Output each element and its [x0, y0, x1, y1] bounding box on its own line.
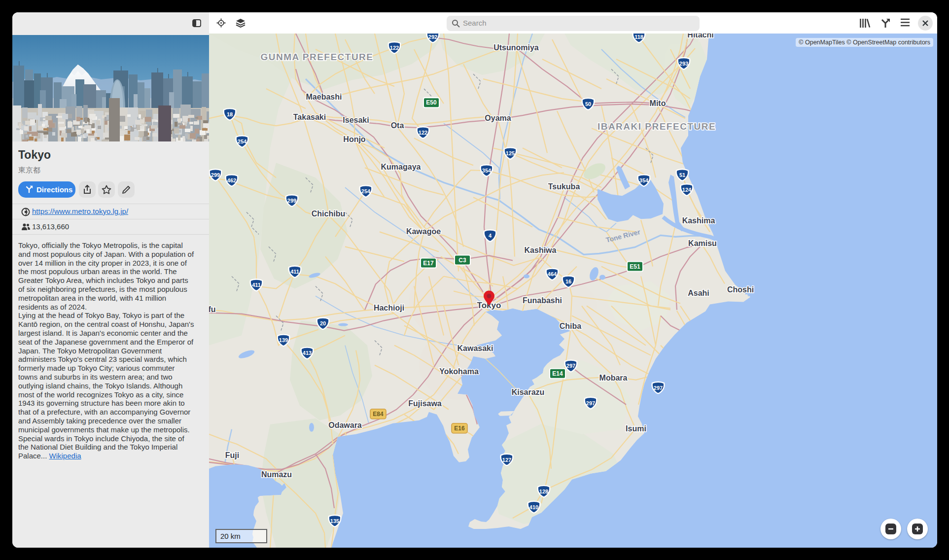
svg-text:410: 410 — [529, 504, 538, 510]
svg-text:462: 462 — [227, 177, 236, 183]
svg-text:297: 297 — [566, 363, 575, 369]
svg-text:Kumagaya: Kumagaya — [381, 163, 421, 171]
svg-text:fu: fu — [209, 305, 216, 314]
svg-text:139: 139 — [279, 337, 288, 343]
svg-text:411: 411 — [252, 282, 261, 288]
svg-text:Maebashi: Maebashi — [306, 93, 342, 101]
svg-text:Ota: Ota — [391, 121, 404, 130]
svg-text:124: 124 — [682, 187, 692, 193]
svg-text:51: 51 — [679, 172, 685, 178]
svg-text:E51: E51 — [630, 263, 640, 270]
svg-text:413: 413 — [303, 350, 312, 356]
svg-text:Fujisawa: Fujisawa — [408, 399, 442, 408]
svg-text:Hitachi: Hitachi — [687, 34, 713, 39]
svg-text:Tsukuba: Tsukuba — [548, 182, 580, 191]
svg-text:Kashiwa: Kashiwa — [525, 246, 557, 254]
svg-text:Hachioji: Hachioji — [374, 304, 404, 312]
svg-text:E17: E17 — [423, 260, 434, 267]
svg-text:Chichibu: Chichibu — [312, 210, 345, 218]
svg-text:4: 4 — [489, 233, 492, 239]
svg-text:IBARAKI PREFECTURE: IBARAKI PREFECTURE — [598, 121, 716, 132]
svg-text:354: 354 — [482, 168, 492, 174]
svg-text:297: 297 — [654, 385, 663, 390]
svg-text:Kamisu: Kamisu — [688, 239, 717, 247]
svg-text:299: 299 — [211, 172, 220, 178]
svg-text:Kawagoe: Kawagoe — [406, 227, 441, 236]
svg-text:Choshi: Choshi — [727, 285, 754, 293]
svg-text:297: 297 — [586, 400, 595, 406]
svg-text:Yokohama: Yokohama — [439, 367, 479, 376]
svg-text:Kashima: Kashima — [682, 216, 715, 225]
svg-text:118: 118 — [634, 34, 643, 40]
svg-text:E84: E84 — [373, 411, 384, 418]
svg-text:Takasaki: Takasaki — [293, 113, 326, 121]
svg-text:411: 411 — [290, 269, 299, 275]
svg-text:Asahi: Asahi — [688, 289, 709, 297]
svg-text:Mobara: Mobara — [599, 374, 628, 382]
svg-text:128: 128 — [539, 489, 548, 494]
svg-text:Utsunomiya: Utsunomiya — [493, 43, 539, 52]
svg-text:GUNMA PREFECTURE: GUNMA PREFECTURE — [260, 52, 373, 62]
svg-text:Funabashi: Funabashi — [523, 296, 562, 305]
svg-text:Honjo: Honjo — [343, 135, 366, 143]
svg-text:354: 354 — [639, 177, 649, 183]
svg-text:Chiba: Chiba — [560, 322, 582, 330]
svg-text:E50: E50 — [426, 99, 437, 106]
svg-text:254: 254 — [238, 139, 247, 144]
svg-text:Isesaki: Isesaki — [343, 116, 369, 124]
svg-text:293: 293 — [679, 61, 688, 67]
svg-text:Kawasaki: Kawasaki — [457, 344, 493, 352]
svg-text:Numazu: Numazu — [261, 470, 292, 479]
svg-text:Odawara: Odawara — [328, 421, 362, 429]
svg-text:254: 254 — [361, 188, 371, 194]
svg-text:18: 18 — [227, 111, 233, 117]
svg-text:125: 125 — [506, 150, 515, 156]
svg-text:Kisarazu: Kisarazu — [512, 388, 545, 396]
svg-text:C3: C3 — [458, 257, 466, 264]
svg-text:122: 122 — [390, 45, 399, 51]
svg-text:E16: E16 — [454, 425, 465, 432]
svg-text:299: 299 — [287, 198, 296, 204]
svg-text:127: 127 — [502, 457, 511, 463]
svg-text:Oyama: Oyama — [485, 114, 511, 122]
svg-text:E14: E14 — [552, 370, 563, 377]
svg-text:16: 16 — [565, 279, 571, 284]
svg-text:50: 50 — [585, 101, 591, 107]
svg-text:20: 20 — [320, 320, 326, 326]
svg-text:Isumi: Isumi — [626, 424, 646, 433]
svg-text:292: 292 — [428, 34, 437, 40]
svg-text:135: 135 — [330, 518, 339, 524]
svg-text:Mito: Mito — [650, 99, 666, 107]
svg-text:464: 464 — [548, 271, 557, 277]
svg-text:122: 122 — [419, 130, 427, 136]
svg-text:Fuji: Fuji — [225, 451, 239, 459]
